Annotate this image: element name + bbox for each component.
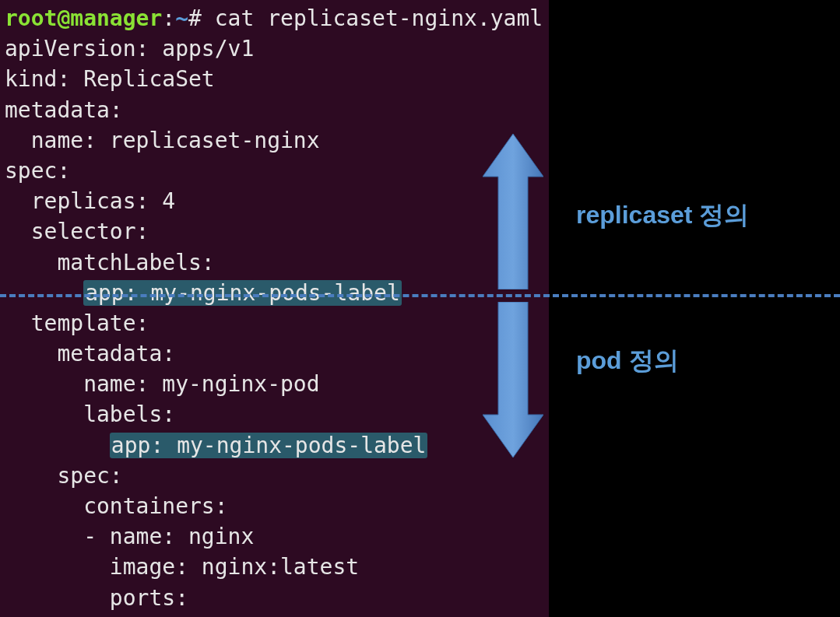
yaml-line: template: <box>5 308 544 338</box>
yaml-line: name: replicaset-nginx <box>5 125 544 156</box>
annotation-pod: pod 정의 <box>576 344 679 378</box>
prompt-colon: : <box>162 5 175 31</box>
svg-marker-0 <box>483 134 543 289</box>
yaml-line: containers: <box>5 491 544 521</box>
prompt-symbol: # <box>188 5 202 31</box>
yaml-line: app: my-nginx-pods-label <box>5 278 544 308</box>
prompt-user: root@manager <box>5 5 162 31</box>
yaml-line: apiVersion: apps/v1 <box>5 33 544 64</box>
yaml-line: spec: <box>5 461 544 491</box>
terminal-window: root@manager:~# cat replicaset-nginx.yam… <box>0 0 549 617</box>
yaml-line: metadata: <box>5 95 544 125</box>
arrow-up-icon <box>483 134 543 289</box>
yaml-line: matchLabels: <box>5 247 544 278</box>
yaml-line: - containerPort: 80 <box>5 613 544 617</box>
yaml-line: image: nginx:latest <box>5 552 544 582</box>
yaml-line: spec: <box>5 156 544 186</box>
yaml-line: labels: <box>5 399 544 429</box>
yaml-line: - name: nginx <box>5 521 544 552</box>
section-divider <box>0 294 840 297</box>
svg-marker-1 <box>483 302 543 457</box>
command-text: cat replicaset-nginx.yaml <box>202 5 543 31</box>
yaml-line: replicas: 4 <box>5 186 544 216</box>
prompt-path: ~ <box>175 5 188 31</box>
highlighted-label: app: my-nginx-pods-label <box>83 280 402 306</box>
yaml-line: metadata: <box>5 338 544 369</box>
yaml-line: name: my-nginx-pod <box>5 369 544 399</box>
yaml-line: ports: <box>5 583 544 613</box>
highlighted-label: app: my-nginx-pods-label <box>110 433 428 458</box>
annotation-replicaset: replicaset 정의 <box>576 198 749 233</box>
yaml-line: app: my-nginx-pods-label <box>5 430 544 461</box>
yaml-line: selector: <box>5 216 544 247</box>
yaml-line: kind: ReplicaSet <box>5 64 544 94</box>
prompt-line: root@manager:~# cat replicaset-nginx.yam… <box>5 3 544 33</box>
arrow-down-icon <box>483 302 543 457</box>
